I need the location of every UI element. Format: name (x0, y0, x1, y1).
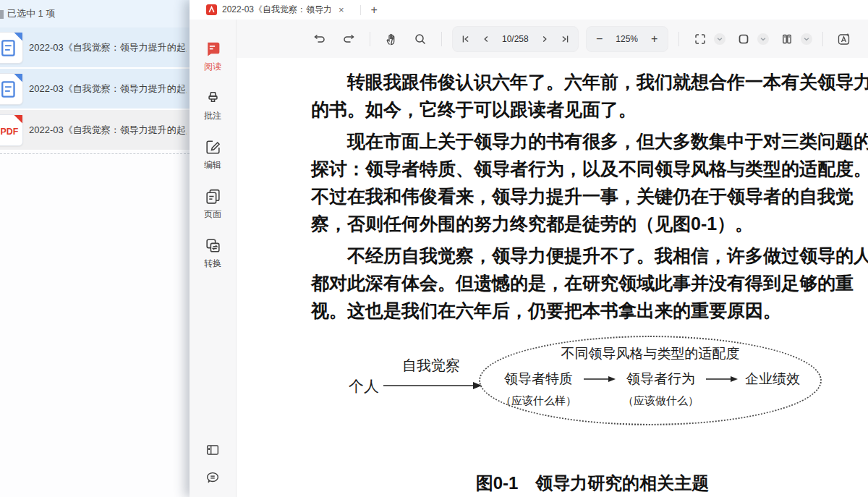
page-fit-control[interactable] (733, 28, 769, 50)
first-page-button[interactable] (456, 28, 476, 50)
diagram-arrow-label: 自我觉察 (380, 356, 482, 375)
feedback-icon[interactable] (205, 470, 221, 485)
search-button[interactable] (409, 28, 431, 50)
toolbar-divider (441, 32, 442, 46)
pdf-page[interactable]: 转眼我跟伟俊认识六年了。六年前，我们就想合作一本有关领导力的书。如今，它终于可以… (237, 58, 868, 497)
annotate-icon (204, 89, 222, 107)
body-paragraph: 不经历自我觉察，领导力便提升不了。我相信，许多做过领导的人都对此深有体会。但遗憾… (311, 242, 868, 324)
rail-item-pages[interactable]: 页面 (204, 187, 222, 221)
rail-label: 页面 (204, 208, 221, 221)
new-tab-button[interactable]: + (367, 4, 382, 17)
document-column: 10/258 − (237, 20, 868, 497)
tab-bar: 2022-03《自我觉察：领导力... × + (190, 0, 868, 20)
file-row[interactable]: 2022-03《自我觉察：领导力提升的起点与终点 (0, 69, 190, 110)
diagram-sublabel: （应该什么样） (501, 394, 576, 408)
tool-rail: 阅读 批注 编辑 (190, 20, 237, 497)
rail-item-edit[interactable]: 编辑 (204, 138, 222, 171)
ai-tools-button[interactable] (833, 28, 855, 50)
fullscreen-dropdown[interactable] (714, 33, 726, 45)
diagram-node-traits: 领导者特质 （应该什么样） (501, 370, 576, 408)
page-fit-dropdown[interactable] (757, 33, 769, 45)
redo-icon (341, 32, 356, 46)
rail-label: 编辑 (204, 159, 221, 171)
rail-label: 批注 (204, 110, 221, 122)
figure-0-1-diagram: 个人 自我觉察 不同领导风格与类型的适配度 领导者特质 （应该什么样） (311, 333, 868, 434)
search-icon (413, 32, 427, 46)
tab-separator (360, 5, 361, 15)
undo-icon (312, 32, 327, 46)
chevron-down-icon (760, 35, 767, 43)
body-paragraph: 转眼我跟伟俊认识六年了。六年前，我们就想合作一本有关领导力的书。如今，它终于可以… (311, 68, 868, 123)
figure-caption: 图0-1 领导力研究的相关主题 (311, 472, 868, 495)
tab-close-icon[interactable]: × (336, 4, 347, 15)
zoom-out-button[interactable]: − (590, 28, 610, 50)
toolbar: 10/258 − (237, 20, 868, 58)
diagram-dotted-ellipse: 不同领导风格与类型的适配度 领导者特质 （应该什么样） (479, 336, 822, 425)
zoom-level[interactable]: 125% (610, 34, 644, 44)
selection-status-bar: 已选中 1 项 (0, 0, 190, 27)
convert-icon (204, 237, 222, 255)
undo-button[interactable] (309, 28, 331, 50)
two-page-layout-icon (780, 32, 794, 46)
rail-label: 转换 (204, 258, 221, 270)
next-page-button[interactable] (535, 28, 555, 50)
file-name: 2022-03《自我觉察：领导力提升的起点与终点 (29, 124, 187, 137)
body-paragraph: 现在市面上关于领导力的书有很多，但大多数集中于对三类问题的探讨：领导者特质、领导… (311, 127, 868, 237)
ai-tools-icon (837, 32, 851, 46)
chevron-left-icon (480, 33, 493, 46)
pdf-tab-icon (206, 4, 217, 15)
rail-item-annotate[interactable]: 批注 (204, 89, 222, 122)
pages-icon (204, 187, 222, 205)
toolbar-divider (370, 32, 370, 46)
toolbar-divider (822, 32, 823, 46)
edit-icon (204, 138, 222, 156)
file-manager-panel: 已选中 1 项 2022-03《自我觉察：领导力提升的起点与终点 2022-03… (0, 0, 190, 497)
hand-tool-button[interactable] (380, 28, 402, 50)
document-tab[interactable]: 2022-03《自我觉察：领导力... × (190, 0, 354, 20)
chevron-right-icon (538, 33, 551, 46)
two-page-view-control[interactable] (776, 28, 812, 50)
page-navigation-group: 10/258 (452, 26, 579, 52)
tab-title: 2022-03《自我觉察：领导力... (222, 4, 331, 16)
file-row[interactable]: PDF 2022-03《自我觉察：领导力提升的起点与终点 (0, 110, 190, 151)
diagram-node-person: 个人 (349, 376, 379, 396)
toolbar-divider (678, 32, 679, 46)
file-name: 2022-03《自我觉察：领导力提升的起点与终点 (29, 82, 187, 95)
zoom-control-group: − 125% + (586, 26, 668, 52)
clipped-glyph-fragment (0, 10, 4, 19)
file-row[interactable]: 2022-03《自我觉察：领导力提升的起点与终点 (0, 27, 190, 69)
arrow-right-icon (383, 381, 482, 391)
last-page-icon (558, 33, 571, 46)
diagram-node-behavior: 领导者行为 （应该做什么） (623, 370, 699, 408)
app-window: 已选中 1 项 2022-03《自我觉察：领导力提升的起点与终点 2022-03… (0, 0, 868, 497)
rail-label: 阅读 (204, 61, 221, 73)
previous-page-button[interactable] (476, 28, 496, 50)
zoom-in-button[interactable]: + (644, 28, 665, 50)
rail-item-convert[interactable]: 转换 (204, 237, 222, 270)
pdf-reader-window: 2022-03《自我觉察：领导力... × + 阅读 (190, 0, 868, 497)
last-page-button[interactable] (555, 28, 575, 50)
diagram-ellipse-title: 不同领导风格与类型的适配度 (561, 344, 740, 363)
page-fit-icon (736, 32, 751, 46)
first-page-icon (459, 33, 472, 46)
chevron-down-icon (716, 35, 723, 43)
arrow-right-icon (584, 375, 616, 383)
page-indicator[interactable]: 10/258 (496, 34, 535, 44)
diagram-sublabel: （应该做什么） (623, 394, 699, 408)
redo-button[interactable] (338, 28, 359, 50)
read-icon (204, 40, 222, 58)
document-file-icon (0, 73, 23, 105)
chevron-down-icon (803, 35, 810, 43)
arrow-right-icon (706, 375, 738, 383)
panel-divider (0, 153, 190, 154)
side-panel-toggle-icon[interactable] (205, 442, 221, 458)
file-name: 2022-03《自我觉察：领导力提升的起点与终点 (29, 41, 187, 54)
pdf-file-icon: PDF (0, 114, 23, 146)
fit-screen-icon (693, 32, 707, 46)
fullscreen-control[interactable] (689, 28, 726, 50)
two-page-dropdown[interactable] (801, 33, 812, 45)
rail-item-read[interactable]: 阅读 (204, 40, 222, 73)
svg-text:PDF: PDF (0, 126, 18, 136)
selection-count-label: 已选中 1 项 (7, 7, 55, 20)
hand-icon (384, 32, 399, 46)
